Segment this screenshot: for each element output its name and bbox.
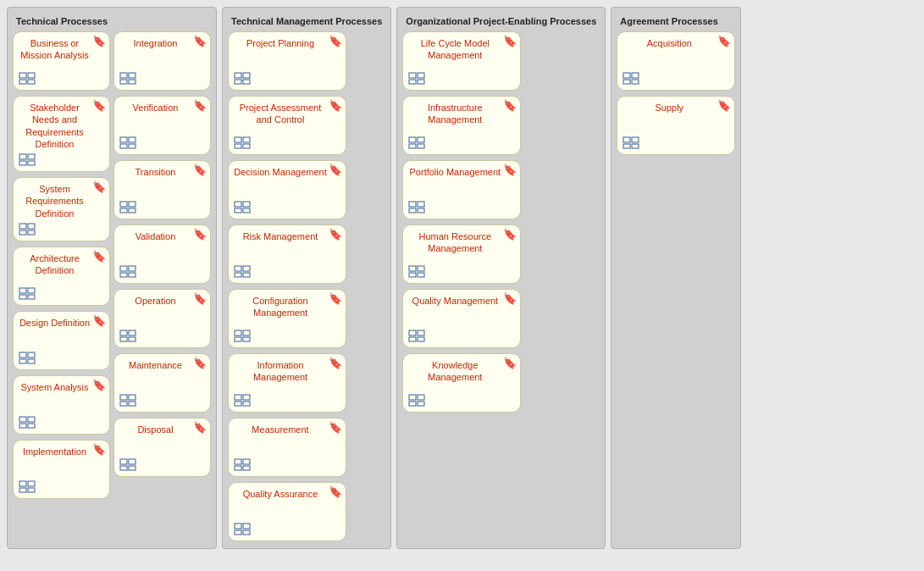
grid-icon-qa	[234, 523, 252, 536]
svg-rect-63	[243, 144, 250, 148]
grid-icon-acq	[622, 72, 641, 86]
svg-rect-5	[28, 154, 35, 159]
card-km[interactable]: Knowledge Management 🔖	[402, 353, 521, 413]
bookmark-icon-oper: 🔖	[193, 293, 207, 304]
svg-rect-1	[28, 73, 35, 78]
card-hrm-title: Human Resource Management	[407, 229, 503, 257]
svg-rect-19	[28, 359, 35, 363]
card-bma[interactable]: Business or Mission Analysis 🔖	[13, 31, 110, 91]
svg-rect-9	[28, 224, 35, 229]
card-acq[interactable]: Acquisition 🔖	[617, 31, 735, 91]
grid-icon-dd	[19, 352, 37, 365]
svg-rect-110	[409, 402, 416, 406]
card-pac-title: Project Assessment and Control	[232, 100, 329, 128]
svg-rect-59	[243, 80, 250, 84]
svg-rect-8	[19, 224, 26, 229]
card-oper-title: Operation	[118, 293, 193, 308]
grid-icon-disp	[119, 458, 138, 472]
card-maint-title: Maintenance	[118, 358, 193, 373]
svg-rect-41	[129, 266, 136, 271]
svg-rect-24	[19, 481, 26, 486]
main-container: Technical Processes Business or Mission …	[7, 7, 917, 549]
bookmark-icon-ad: 🔖	[92, 251, 106, 262]
svg-rect-53	[129, 459, 136, 464]
svg-rect-33	[129, 137, 136, 142]
grid-icon-oper	[119, 330, 138, 343]
card-sup[interactable]: Supply 🔖	[617, 96, 735, 155]
grid-icon-pp	[234, 72, 252, 86]
grid-icon-qm	[408, 330, 427, 343]
card-pm-title: Portfolio Management	[407, 164, 503, 180]
card-im[interactable]: Information Management 🔖	[228, 353, 346, 413]
svg-rect-69	[243, 266, 250, 271]
svg-rect-2	[19, 80, 26, 84]
card-impl[interactable]: Implementation 🔖	[13, 440, 110, 499]
svg-rect-56	[235, 73, 241, 78]
card-infram[interactable]: Infrastructure Management 🔖	[402, 96, 521, 155]
card-disp[interactable]: Disposal 🔖	[113, 418, 211, 477]
svg-rect-40	[120, 266, 127, 271]
svg-rect-23	[28, 424, 35, 428]
card-ad[interactable]: Architecture Definition 🔖	[13, 247, 110, 306]
card-valid[interactable]: Validation 🔖	[113, 225, 211, 284]
card-dd-title: Design Definition	[17, 315, 92, 330]
card-hrm[interactable]: Human Resource Management 🔖	[402, 225, 521, 284]
svg-rect-103	[418, 273, 424, 277]
card-cm[interactable]: Configuration Management 🔖	[228, 289, 346, 348]
svg-rect-78	[235, 402, 241, 406]
card-oper[interactable]: Operation 🔖	[113, 289, 211, 348]
card-dd[interactable]: Design Definition 🔖	[13, 311, 110, 370]
card-srd[interactable]: System Requirements Definition 🔖	[13, 177, 110, 241]
sub-col-tech-2: Integration 🔖 Verification 🔖	[113, 31, 211, 499]
bookmark-icon-dm: 🔖	[329, 164, 342, 175]
card-lcmm[interactable]: Life Cycle Model Management 🔖	[402, 31, 521, 91]
column-org-proj-enabling: Organizational Project-Enabling Processe…	[396, 7, 606, 549]
column-header-tech-mgmt: Technical Management Processes	[228, 14, 385, 31]
svg-rect-67	[243, 208, 250, 213]
svg-rect-86	[235, 530, 241, 535]
card-qm[interactable]: Quality Management 🔖	[402, 289, 521, 348]
svg-rect-105	[418, 330, 424, 335]
card-trans[interactable]: Transition 🔖	[113, 160, 211, 219]
bookmark-icon-km: 🔖	[503, 358, 517, 369]
bookmark-icon-valid: 🔖	[193, 229, 207, 240]
card-cm-title: Configuration Management	[232, 293, 329, 321]
svg-rect-101	[418, 266, 424, 271]
card-pp[interactable]: Project Planning 🔖	[228, 31, 346, 91]
bookmark-icon-srd: 🔖	[92, 181, 106, 192]
svg-rect-93	[418, 137, 424, 142]
svg-rect-109	[418, 395, 424, 400]
bookmark-icon-pac: 🔖	[329, 100, 342, 111]
bookmark-icon-impl: 🔖	[92, 444, 106, 455]
card-intg[interactable]: Integration 🔖	[113, 31, 211, 91]
svg-rect-55	[129, 466, 136, 470]
card-qm-title: Quality Management	[407, 293, 503, 308]
card-maint[interactable]: Maintenance 🔖	[113, 353, 211, 413]
svg-rect-82	[235, 466, 241, 470]
card-rm[interactable]: Risk Management 🔖	[228, 225, 346, 284]
bookmark-icon-lcmm: 🔖	[503, 36, 517, 47]
svg-rect-51	[129, 402, 136, 406]
card-dm[interactable]: Decision Management 🔖	[228, 160, 346, 219]
card-km-title: Knowledge Management	[407, 358, 503, 385]
svg-rect-107	[418, 337, 424, 341]
svg-rect-3	[28, 80, 35, 84]
svg-rect-54	[120, 466, 127, 470]
svg-rect-61	[243, 137, 250, 142]
card-meas[interactable]: Measurement 🔖	[228, 418, 346, 477]
svg-rect-14	[19, 295, 26, 299]
svg-rect-45	[129, 330, 136, 335]
svg-rect-65	[243, 202, 250, 207]
card-qa[interactable]: Quality Assurance 🔖	[228, 482, 346, 541]
grid-icon-im	[234, 394, 252, 407]
grid-icon-verif	[119, 136, 138, 150]
bookmark-icon-bma: 🔖	[92, 36, 106, 47]
svg-rect-100	[409, 266, 416, 271]
card-pac[interactable]: Project Assessment and Control 🔖	[228, 96, 346, 155]
card-snrd[interactable]: Stakeholder Needs and Requirements Defin…	[13, 96, 110, 172]
svg-rect-90	[409, 80, 416, 84]
card-pm[interactable]: Portfolio Management 🔖	[402, 160, 521, 219]
svg-rect-72	[235, 330, 241, 335]
card-verif[interactable]: Verification 🔖	[113, 96, 211, 155]
card-sa[interactable]: System Analysis 🔖	[13, 375, 110, 435]
